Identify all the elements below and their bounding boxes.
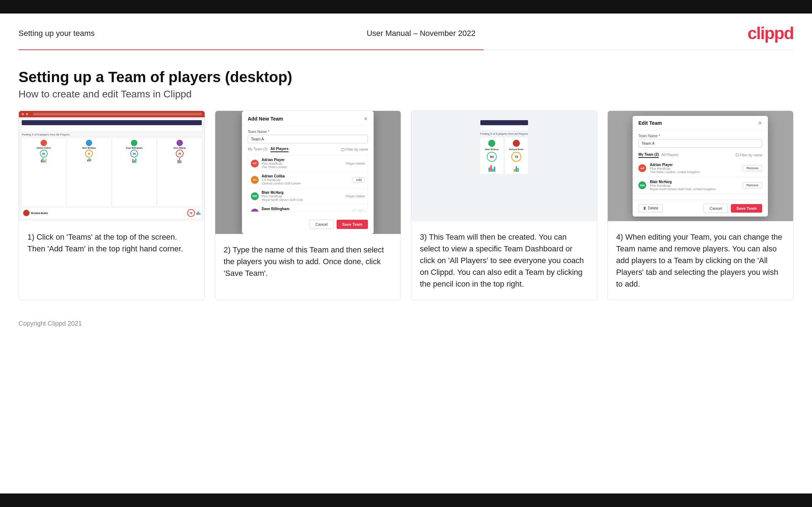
bar-2 [42, 158, 43, 162]
add-player-btn-2[interactable]: Add [353, 177, 365, 183]
dialog-tabs: My Team (2) All Players Filter by name [248, 147, 368, 152]
dialog-footer: Cancel Save Team [242, 216, 374, 234]
edit-player-row-2: BM Blair McHarg Plus Handicap Royal Nort… [633, 177, 768, 194]
r-bar2 [198, 212, 199, 215]
dialog-title: Add New Team [248, 116, 283, 122]
ss1-richard-row: Richard Butler 72 [22, 208, 202, 218]
team-name-input[interactable] [248, 135, 368, 143]
bar-1 [41, 160, 42, 162]
player-row-1: AP Adrian Player Plus HandicapThe Shire … [248, 155, 368, 172]
bars-mini-3 [132, 158, 136, 163]
edit-tab-all-players[interactable]: All Players [661, 153, 678, 158]
edit-player-info-1: Adrian Player Plus Handicap The Shire Lo… [650, 163, 739, 174]
avatar-mini-4 [176, 140, 183, 146]
ss1-label: Finding 5 of 8 players from All Players [22, 132, 202, 137]
screenshot-1: Finding 5 of 8 players from All Players … [19, 111, 205, 221]
edit-filter-checkbox[interactable] [736, 154, 739, 156]
player-avatar-4: DB [251, 209, 259, 212]
player-avatar-3: BM [251, 192, 259, 200]
edit-avatar-2: BM [638, 181, 646, 189]
nav-dot-2 [26, 113, 28, 115]
edit-player-info-2: Blair McHarg Plus Handicap Royal North D… [650, 180, 739, 191]
bar-11 [178, 160, 179, 163]
edit-team-name-input[interactable] [638, 139, 762, 148]
player-mini-3: Dave Billingham 94 [112, 138, 156, 206]
edit-filter-label: Filter by name [740, 153, 762, 157]
bar-12 [179, 158, 180, 163]
ss1-sub-nav [22, 127, 202, 131]
ss3-avatar-1 [488, 140, 495, 147]
player-club-4: 1.5 HandicapThe Dog Maging Golf Club [262, 211, 350, 212]
ss3-sub-nav [480, 127, 528, 130]
player-info-1: Adrian Player Plus HandicapThe Shire Lon… [262, 158, 343, 169]
card-1-text: 1) Click on 'Teams' at the top of the sc… [19, 221, 205, 300]
bar-13 [180, 160, 181, 163]
player-info-4: Dave Billingham 1.5 HandicapThe Dog Magi… [262, 207, 350, 212]
remove-player-btn-2[interactable]: Remove [743, 182, 763, 188]
edit-player-detail2-1: The Shire London, United Kingdom [650, 170, 739, 174]
ss3-bars-1 [489, 163, 495, 172]
edit-cancel-button[interactable]: Cancel [703, 204, 728, 213]
ss3-avatar-2 [513, 140, 520, 147]
nav-url-bar [33, 113, 202, 116]
player-avatar-1: AP [251, 160, 259, 167]
cancel-button[interactable]: Cancel [309, 220, 333, 229]
score-circle-2: 0 [85, 150, 93, 158]
ss3-body: Finding 5 of 8 players from All Players … [478, 117, 531, 221]
ss1-top-nav [22, 120, 202, 125]
ss3-b4 [494, 167, 495, 172]
filter-checkbox[interactable] [342, 148, 344, 151]
player-name-3: Blair McHarg [262, 191, 343, 194]
dialog-header: Add New Team ✕ [242, 111, 374, 126]
player-name-1: Adrian Player [262, 158, 343, 162]
player-mini-1: Adrian Collins 84 [22, 138, 65, 206]
add-player-btn-4[interactable]: Add [353, 210, 365, 212]
player-club-3: Plus HandicapRoyal North Devon Golf Club [262, 194, 343, 202]
ss3-player-2: Richard Butler 72 [505, 138, 528, 174]
ss3-label: Finding 5 of 8 players from All Players [480, 132, 528, 136]
ss3-b7 [517, 168, 519, 172]
edit-player-row-1: AP Adrian Player Plus Handicap The Shire… [633, 160, 768, 177]
filter-by-name: Filter by name [342, 148, 368, 151]
card-2: Add New Team ✕ Team Name * My Team (2) A… [215, 111, 401, 300]
delete-button[interactable]: 🗑 Delete [638, 204, 663, 212]
ss3-players: Blair McHarg 94 Richard Butler 72 [480, 138, 528, 174]
dialog-close-icon[interactable]: ✕ [364, 116, 368, 122]
score-circle-1: 84 [40, 150, 48, 158]
cards-row: Finding 5 of 8 players from All Players … [0, 111, 812, 314]
edit-close-icon[interactable]: ✕ [758, 120, 762, 126]
edit-save-team-button[interactable]: Save Team [731, 204, 763, 213]
remove-player-btn-1[interactable]: Remove [743, 165, 763, 171]
player-info-3: Blair McHarg Plus HandicapRoyal North De… [262, 191, 343, 202]
bar-6 [89, 158, 90, 161]
top-bar [0, 0, 812, 14]
save-team-button[interactable]: Save Team [337, 220, 368, 229]
avatar-mini-2 [86, 140, 92, 146]
edit-player-detail1-1: Plus Handicap [650, 167, 739, 170]
richard-name: Richard Butler [31, 212, 48, 214]
edit-dialog-header: Edit Team ✕ [633, 116, 768, 130]
player-name-4: Dave Billingham [262, 207, 350, 211]
player-added-label-3: Player Added [346, 194, 365, 198]
card-3-text: 3) This Team will then be created. You c… [411, 221, 597, 300]
tab-all-players[interactable]: All Players [270, 147, 289, 152]
bar-8 [132, 159, 133, 163]
card-1: Finding 5 of 8 players from All Players … [19, 111, 205, 300]
mini-name-2: Blair McHarg [83, 147, 96, 149]
mini-name-3: Dave Billingham [126, 147, 143, 149]
tab-my-team[interactable]: My Team (2) [248, 147, 267, 152]
player-added-label-1: Player Added [346, 162, 365, 165]
bar-10 [135, 158, 136, 163]
ss3-name-1: Blair McHarg [485, 148, 499, 150]
ss1-nav-bar [19, 111, 205, 117]
ss3-b1 [489, 167, 490, 172]
edit-spacer [633, 194, 768, 200]
edit-tab-my-team[interactable]: My Team (2) [638, 153, 659, 158]
edit-team-dialog: Edit Team ✕ Team Name * My Team (2) All … [633, 116, 768, 217]
mini-name-4: Dave Billing [174, 147, 186, 149]
bar-7 [90, 159, 91, 161]
filter-label: Filter by name [346, 148, 368, 151]
card-3-text-content: 3) This Team will then be created. You c… [420, 233, 584, 288]
screenshot-2: Add New Team ✕ Team Name * My Team (2) A… [215, 111, 401, 234]
richard-bars [196, 212, 200, 215]
